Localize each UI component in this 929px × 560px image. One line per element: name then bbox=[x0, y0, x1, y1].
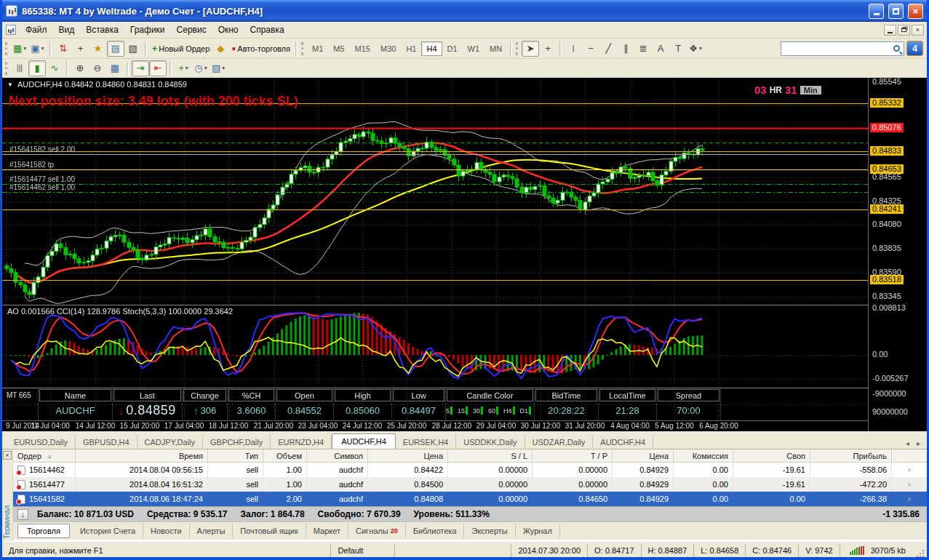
chart-tab-CADJPY,Daily[interactable]: CADJPY,Daily bbox=[137, 435, 204, 449]
status-profile[interactable]: Default bbox=[330, 544, 394, 557]
minimize-button[interactable] bbox=[869, 4, 884, 19]
toolbar-grip[interactable] bbox=[301, 42, 304, 55]
data-window-button[interactable]: + bbox=[72, 41, 89, 57]
timeframe-M15-button[interactable]: M15 bbox=[350, 41, 375, 56]
price-chart-canvas[interactable] bbox=[2, 78, 868, 431]
terminal-close-icon[interactable]: × bbox=[3, 451, 12, 460]
vline-button[interactable]: | bbox=[565, 41, 582, 57]
mql-community-button[interactable]: 4 bbox=[906, 41, 923, 56]
column-header-Своп[interactable]: Своп bbox=[733, 449, 810, 462]
chart-tab-EURNZD,H4[interactable]: EURNZD,H4 bbox=[271, 435, 332, 449]
line-chart-button[interactable]: ∿ bbox=[46, 60, 63, 76]
terminal-tab-История Счета[interactable]: История Счета bbox=[73, 524, 143, 538]
chart-tab-EURSEK,H4[interactable]: EURSEK,H4 bbox=[396, 435, 456, 449]
column-header-Прибыль[interactable]: Прибыль bbox=[810, 449, 892, 462]
search-input[interactable] bbox=[784, 44, 893, 54]
cursor-button[interactable]: ➤ bbox=[522, 41, 539, 57]
toolbar-grip[interactable] bbox=[5, 42, 8, 55]
terminal-tab-Торговля[interactable]: Торговля bbox=[17, 524, 70, 538]
tab-scroll-right-icon[interactable]: ▸ bbox=[914, 438, 922, 449]
chart-tab-USDDKK,Daily[interactable]: USDDKK,Daily bbox=[456, 435, 525, 449]
date-axis[interactable]: 9 Jul 201411 Jul 04:0014 Jul 12:0015 Jul… bbox=[2, 420, 868, 431]
chart-tab-GBPUSD,H4[interactable]: GBPUSD,H4 bbox=[76, 435, 137, 449]
profiles-button[interactable]: ▣▾ bbox=[28, 41, 46, 57]
autotrade-button[interactable]: ● Авто-торговля bbox=[229, 41, 292, 57]
bar-chart-button[interactable]: ||| bbox=[11, 60, 28, 76]
new-chart-button[interactable]: ▦▾ bbox=[11, 41, 28, 57]
child-restore-button[interactable] bbox=[898, 25, 910, 36]
zoom-in-button[interactable]: ⊕ bbox=[71, 60, 89, 76]
timeframe-MN-button[interactable]: MN bbox=[485, 41, 507, 56]
timeframe-H1-button[interactable]: H1 bbox=[401, 41, 421, 56]
timeframe-M5-button[interactable]: M5 bbox=[328, 41, 349, 56]
zoom-out-button[interactable]: ⊖ bbox=[89, 60, 106, 76]
label-button[interactable]: T bbox=[669, 41, 687, 57]
market-watch-button[interactable]: ⇅ bbox=[55, 41, 72, 57]
timeframe-H4-button[interactable]: H4 bbox=[421, 41, 442, 56]
table-row[interactable]: 156144772014.08.04 16:51:32sell1.00audch… bbox=[13, 477, 927, 492]
metaeditor-button[interactable]: ◆ bbox=[212, 41, 229, 57]
column-header-Время[interactable]: Время bbox=[76, 449, 208, 462]
menu-item-Вставка[interactable]: Вставка bbox=[80, 23, 124, 37]
close-order-icon[interactable]: × bbox=[892, 463, 927, 477]
menu-item-Справка[interactable]: Справка bbox=[244, 23, 290, 37]
table-row[interactable]: 156415822014.08.06 18:47:24sell2.00audch… bbox=[13, 492, 927, 506]
menu-item-Вид[interactable]: Вид bbox=[53, 23, 81, 37]
new-order-button[interactable]: + Новый Ордер bbox=[150, 41, 212, 57]
terminal-tab-Сигналы[interactable]: Сигналы20 bbox=[348, 524, 406, 538]
indicators-button[interactable]: +▾ bbox=[175, 60, 192, 76]
periods-button[interactable]: ◷▾ bbox=[192, 60, 210, 76]
terminal-tab-Алерты[interactable]: Алерты bbox=[190, 524, 234, 538]
terminal-tab-Почтовый ящик[interactable]: Почтовый ящик bbox=[233, 524, 306, 538]
trendline-button[interactable]: ╱ bbox=[599, 41, 617, 57]
child-close-button[interactable]: × bbox=[912, 25, 924, 36]
column-header-Ордер[interactable]: Ордер▵ bbox=[13, 449, 76, 462]
crosshair-button[interactable]: + bbox=[539, 41, 557, 57]
terminal-button[interactable]: ▤ bbox=[107, 41, 124, 57]
toolbar-grip[interactable] bbox=[516, 42, 519, 55]
chart-tab-AUDCHF,H4[interactable]: AUDCHF,H4 bbox=[332, 433, 396, 449]
arrows-button[interactable]: ❖▾ bbox=[687, 41, 704, 57]
terminal-tab-Новости[interactable]: Новости bbox=[143, 524, 190, 538]
close-button[interactable]: × bbox=[908, 4, 923, 19]
column-header-Комиссия[interactable]: Комиссия bbox=[674, 449, 733, 462]
channel-button[interactable]: ∥ bbox=[617, 41, 634, 57]
tester-button[interactable]: ▧ bbox=[124, 41, 142, 57]
close-order-icon[interactable]: × bbox=[892, 477, 927, 492]
candle-chart-button[interactable]: ▮ bbox=[28, 60, 46, 76]
column-header-Цена[interactable]: Цена bbox=[613, 449, 674, 462]
menu-item-Сервис[interactable]: Сервис bbox=[171, 23, 212, 37]
table-row[interactable]: 156144622014.08.04 09:56:15sell1.00audch… bbox=[13, 463, 927, 477]
chart-shift-button[interactable]: ⇤ bbox=[149, 60, 167, 76]
column-header-T / P[interactable]: T / P bbox=[533, 449, 613, 462]
text-button[interactable]: A bbox=[652, 41, 669, 57]
column-header-Цена[interactable]: Цена bbox=[368, 449, 448, 462]
menu-item-Графики[interactable]: Графики bbox=[124, 23, 171, 37]
timeframe-M30-button[interactable]: M30 bbox=[375, 41, 401, 56]
menu-item-Файл[interactable]: Файл bbox=[20, 23, 53, 37]
hline-button[interactable]: − bbox=[582, 41, 599, 57]
terminal-tab-Журнал[interactable]: Журнал bbox=[516, 524, 560, 538]
column-header-Символ[interactable]: Символ bbox=[307, 449, 368, 462]
search-icon[interactable] bbox=[893, 45, 900, 52]
navigator-button[interactable]: ★ bbox=[89, 41, 107, 57]
auto-scroll-button[interactable]: ⇥ bbox=[132, 60, 149, 76]
resize-grip[interactable] bbox=[915, 548, 925, 559]
terminal-tab-Библиотека[interactable]: Библиотека bbox=[406, 524, 465, 538]
close-order-icon[interactable]: × bbox=[892, 492, 927, 506]
price-axis[interactable]: 0.855450.853320.850760.848330.846530.845… bbox=[868, 78, 926, 431]
toolbar-grip[interactable] bbox=[5, 62, 8, 75]
child-minimize-button[interactable] bbox=[884, 25, 896, 36]
fibonacci-button[interactable]: ≣ bbox=[634, 41, 652, 57]
timeframe-D1-button[interactable]: D1 bbox=[442, 41, 463, 56]
terminal-tab-Маркет[interactable]: Маркет bbox=[306, 524, 348, 538]
tile-windows-button[interactable]: ▦ bbox=[106, 60, 124, 76]
column-header-S / L[interactable]: S / L bbox=[448, 449, 533, 462]
chart-tab-AUDCHF,H4[interactable]: AUDCHF,H4 bbox=[593, 435, 653, 449]
timeframe-W1-button[interactable]: W1 bbox=[463, 41, 485, 56]
chart-tab-EURUSD,Daily[interactable]: EURUSD,Daily bbox=[7, 435, 76, 449]
templates-button[interactable]: ▨▾ bbox=[210, 60, 227, 76]
column-header-Объем[interactable]: Объем bbox=[263, 449, 307, 462]
chart-tab-GBPCHF,Daily[interactable]: GBPCHF,Daily bbox=[203, 435, 271, 449]
tab-scroll-left-icon[interactable]: ◂ bbox=[904, 438, 912, 449]
